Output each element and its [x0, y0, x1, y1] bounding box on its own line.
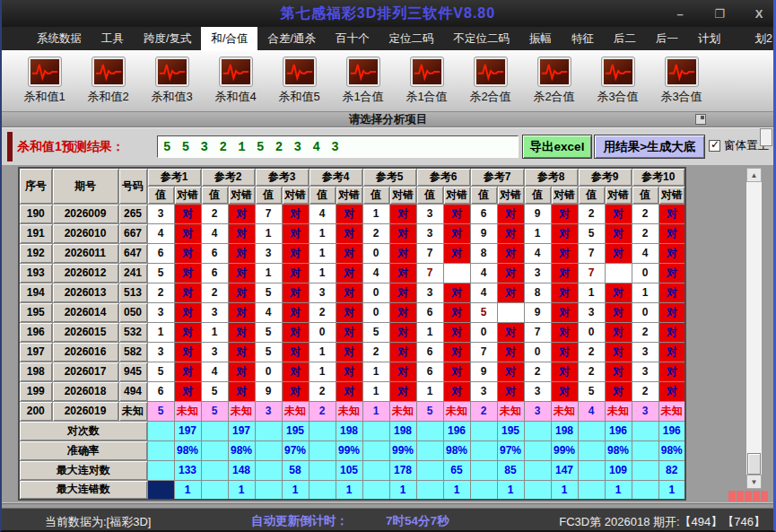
predicted-value-cell[interactable]: 3 — [255, 401, 282, 421]
value-cell[interactable]: 1 — [416, 381, 443, 401]
value-cell[interactable]: 3 — [632, 342, 658, 362]
summary-spacer-cell[interactable] — [362, 480, 389, 500]
result-cell[interactable]: 对 — [228, 302, 255, 322]
value-cell[interactable]: 1 — [632, 283, 658, 302]
result-cell[interactable]: 对 — [336, 243, 362, 263]
summary-spacer-cell[interactable] — [147, 480, 174, 500]
summary-value-cell[interactable]: 198 — [389, 421, 416, 440]
summary-spacer-cell[interactable] — [632, 460, 658, 480]
summary-spacer-cell[interactable] — [578, 421, 605, 440]
summary-spacer-cell[interactable] — [201, 440, 228, 460]
tool-button-4[interactable]: 杀和值4 — [204, 55, 267, 111]
value-cell[interactable]: 4 — [470, 283, 497, 302]
value-cell[interactable]: 1 — [309, 342, 336, 362]
result-cell[interactable]: 对 — [443, 362, 470, 381]
value-cell[interactable]: 3 — [147, 302, 174, 322]
value-cell[interactable]: 6 — [470, 204, 497, 223]
value-cell[interactable]: 4 — [255, 302, 282, 322]
result-cell[interactable]: 对 — [282, 342, 309, 362]
result-cell[interactable]: 对 — [389, 263, 416, 283]
menu-item-1[interactable]: 系统数据 — [27, 27, 92, 50]
summary-spacer-cell[interactable] — [362, 440, 389, 460]
result-cell[interactable]: 对 — [497, 243, 524, 263]
summary-value-cell[interactable]: 85 — [497, 460, 524, 480]
result-cell[interactable]: 对 — [497, 381, 524, 401]
summary-spacer-cell[interactable] — [524, 440, 551, 460]
value-cell[interactable]: 0 — [632, 302, 658, 322]
summary-value-cell[interactable]: 99% — [336, 440, 362, 460]
result-cell[interactable]: 对 — [605, 381, 632, 401]
value-cell[interactable]: 0 — [309, 322, 336, 342]
value-cell[interactable]: 5 — [147, 362, 174, 381]
summary-spacer-cell[interactable] — [255, 440, 282, 460]
value-cell[interactable]: 0 — [470, 322, 497, 342]
summary-value-cell[interactable]: 58 — [282, 460, 309, 480]
scroll-down-icon[interactable]: ▼ — [746, 475, 762, 489]
result-cell[interactable]: 对 — [174, 204, 201, 223]
value-cell[interactable]: 5 — [201, 381, 228, 401]
value-cell[interactable]: 2 — [201, 283, 228, 302]
tool-button-8[interactable]: 杀2合值 — [458, 55, 522, 111]
value-cell[interactable]: 2 — [578, 342, 605, 362]
tool-button-9[interactable]: 杀2合值 — [522, 55, 586, 111]
predicted-result-cell[interactable]: 未知 — [174, 401, 201, 421]
result-cell[interactable]: 对 — [605, 322, 632, 342]
menu-item-2[interactable]: 工具 — [92, 27, 134, 50]
result-cell[interactable]: 对 — [551, 204, 578, 223]
result-cell[interactable]: 对 — [389, 283, 416, 302]
value-cell[interactable]: 3 — [524, 381, 551, 401]
result-cell[interactable]: 对 — [551, 342, 578, 362]
result-cell[interactable]: 对 — [389, 243, 416, 263]
value-cell[interactable]: 3 — [147, 204, 174, 223]
result-cell[interactable]: 对 — [658, 381, 685, 401]
menu-item-14[interactable]: 划2 — [745, 27, 776, 50]
summary-value-cell[interactable]: 99% — [551, 440, 578, 460]
summary-value-cell[interactable]: 109 — [605, 460, 632, 480]
value-cell[interactable]: 3 — [632, 362, 658, 381]
value-cell[interactable]: 7 — [470, 342, 497, 362]
minimize-icon[interactable]: – — [672, 7, 688, 21]
summary-spacer-cell[interactable] — [201, 421, 228, 440]
tool-button-3[interactable]: 杀和值3 — [140, 55, 204, 111]
result-cell[interactable]: 对 — [389, 381, 416, 401]
result-cell[interactable]: 对 — [658, 204, 685, 223]
value-cell[interactable]: 7 — [578, 243, 605, 263]
value-cell[interactable]: 2 — [578, 204, 605, 223]
result-cell[interactable]: 对 — [174, 381, 201, 401]
summary-value-cell[interactable]: 196 — [443, 421, 470, 440]
tool-button-6[interactable]: 杀1合值 — [331, 55, 395, 111]
value-cell[interactable]: 2 — [632, 381, 658, 401]
tool-button-1[interactable]: 杀和值1 — [13, 55, 76, 111]
value-cell[interactable]: 3 — [201, 342, 228, 362]
result-cell[interactable] — [443, 263, 470, 283]
predicted-result-cell[interactable]: 未知 — [497, 401, 524, 421]
value-cell[interactable]: 6 — [201, 243, 228, 263]
result-cell[interactable]: 对 — [174, 223, 201, 243]
predicted-result-cell[interactable]: 未知 — [228, 401, 255, 421]
value-cell[interactable]: 1 — [416, 322, 443, 342]
value-cell[interactable]: 3 — [524, 263, 551, 283]
value-cell[interactable]: 2 — [362, 342, 389, 362]
summary-spacer-cell[interactable] — [309, 480, 336, 500]
value-cell[interactable]: 1 — [309, 263, 336, 283]
result-cell[interactable]: 对 — [605, 283, 632, 302]
value-cell[interactable]: 6 — [147, 243, 174, 263]
result-cell[interactable]: 对 — [336, 204, 362, 223]
summary-value-cell[interactable]: 198 — [551, 421, 578, 440]
result-cell[interactable]: 对 — [605, 204, 632, 223]
value-cell[interactable]: 2 — [309, 381, 336, 401]
predicted-value-cell[interactable]: 2 — [470, 401, 497, 421]
summary-spacer-cell[interactable] — [470, 440, 497, 460]
topmost-checkbox[interactable] — [709, 140, 720, 152]
result-cell[interactable]: 对 — [497, 204, 524, 223]
menu-item-9[interactable]: 振幅 — [519, 27, 562, 50]
result-cell[interactable]: 对 — [282, 302, 309, 322]
value-cell[interactable]: 1 — [255, 223, 282, 243]
summary-value-cell[interactable]: 1 — [658, 480, 685, 500]
summary-spacer-cell[interactable] — [632, 480, 658, 500]
summary-value-cell[interactable]: 1 — [443, 480, 470, 500]
summary-value-cell[interactable]: 1 — [389, 480, 416, 500]
scroll-up-icon[interactable]: ▲ — [746, 168, 762, 182]
value-cell[interactable]: 1 — [201, 322, 228, 342]
predicted-value-cell[interactable]: 5 — [416, 401, 443, 421]
